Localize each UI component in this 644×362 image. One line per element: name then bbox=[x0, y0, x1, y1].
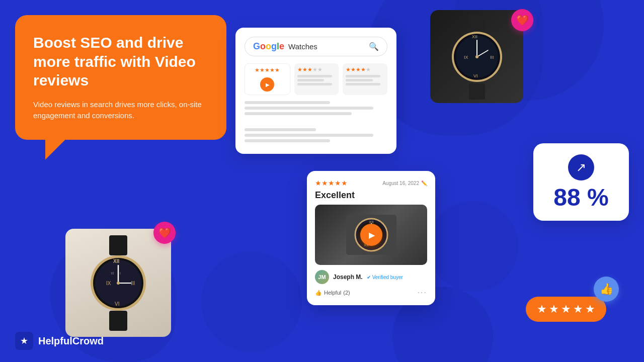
watch-photo-right: XII III VI IX bbox=[430, 10, 523, 103]
review-header: ★★★★★ August 16, 2022 ✏️ bbox=[315, 179, 427, 187]
google-search-card: Google Watches 🔍 ★★★★★ ★★★★★ ★★★★★ bbox=[235, 28, 396, 154]
svg-point-31 bbox=[475, 55, 478, 58]
bg-decoration-6 bbox=[428, 201, 518, 292]
line-4 bbox=[346, 75, 380, 77]
search-icon: 🔍 bbox=[369, 42, 379, 51]
logo-icon: ★ bbox=[15, 332, 33, 350]
helpful-button[interactable]: 👍 Helpful (2) bbox=[315, 290, 350, 296]
svg-text:I: I bbox=[120, 272, 121, 275]
review-footer: 👍 Helpful (2) ··· bbox=[315, 288, 427, 297]
svg-text:IX: IX bbox=[106, 281, 111, 286]
watch-left-svg: XII III VI IX XI I bbox=[78, 235, 158, 331]
star-2: ★ bbox=[549, 303, 559, 316]
review-stars: ★★★★★ bbox=[315, 179, 348, 187]
star-card-3: ★★★★★ bbox=[343, 63, 387, 95]
review-video[interactable]: XII XII bbox=[315, 205, 427, 265]
svg-rect-7 bbox=[109, 235, 127, 255]
svg-text:III: III bbox=[131, 281, 135, 286]
watch-left-bg: XII III VI IX XI I bbox=[65, 229, 171, 337]
svg-rect-18 bbox=[109, 311, 127, 331]
star-4: ★ bbox=[573, 303, 583, 316]
arrow-up-icon: ↗ bbox=[568, 154, 594, 180]
skel-line-4 bbox=[245, 128, 316, 131]
google-logo: Google bbox=[253, 41, 284, 52]
reviewer-name: Joseph M. bbox=[333, 274, 363, 281]
svg-text:XII: XII bbox=[113, 258, 119, 264]
stars-2: ★★★★★ bbox=[297, 66, 336, 73]
review-title: Excellent bbox=[315, 190, 427, 201]
skel-line-5 bbox=[245, 134, 373, 137]
stars-1: ★★★★★ bbox=[255, 67, 280, 73]
stars-rating-bar: ★ ★ ★ ★ ★ bbox=[526, 297, 606, 322]
bg-decoration-5 bbox=[201, 251, 302, 352]
headline: Boost SEO and drive more traffic with Vi… bbox=[33, 33, 208, 90]
skeleton-lines bbox=[245, 101, 387, 142]
watch-right-bg: XII III VI IX bbox=[430, 10, 523, 103]
stats-percentage: 88 % bbox=[544, 186, 618, 210]
spacer bbox=[245, 118, 387, 126]
play-button-large[interactable] bbox=[360, 224, 382, 246]
line-6 bbox=[346, 83, 380, 85]
star-3: ★ bbox=[561, 303, 571, 316]
thumbs-up-badge: 👍 bbox=[594, 277, 619, 302]
subtext: Video reviews in search drives more clic… bbox=[33, 99, 208, 122]
reviewer-avatar: JM bbox=[315, 270, 329, 284]
skel-line-1 bbox=[245, 101, 330, 104]
search-bar[interactable]: Google Watches 🔍 bbox=[245, 37, 387, 56]
star-cards-row: ★★★★★ ★★★★★ ★★★★★ bbox=[245, 63, 387, 95]
svg-text:XII: XII bbox=[472, 34, 477, 39]
helpfulcrowd-logo: ★ HelpfulCrowd bbox=[15, 332, 104, 350]
edit-icon: ✏️ bbox=[421, 180, 427, 186]
thumbs-icon: 👍 bbox=[315, 290, 322, 296]
review-date: August 16, 2022 ✏️ bbox=[382, 180, 427, 186]
svg-text:IX: IX bbox=[464, 55, 468, 60]
star-5: ★ bbox=[585, 303, 595, 316]
check-icon: ✔ bbox=[367, 275, 371, 280]
logo-text: HelpfulCrowd bbox=[38, 335, 104, 347]
stats-card: ↗ 88 % bbox=[533, 143, 629, 221]
more-options[interactable]: ··· bbox=[418, 288, 427, 297]
skel-line-3 bbox=[245, 112, 352, 115]
watch-right-svg: XII III VI IX bbox=[442, 14, 512, 100]
svg-text:VI: VI bbox=[115, 301, 119, 307]
speech-bubble: Boost SEO and drive more traffic with Vi… bbox=[15, 15, 226, 140]
svg-text:VI: VI bbox=[473, 73, 478, 78]
search-term: Watches bbox=[288, 42, 365, 51]
play-button-small[interactable] bbox=[260, 77, 274, 92]
verified-badge: ✔ Verified buyer bbox=[367, 275, 403, 280]
svg-point-17 bbox=[117, 282, 120, 285]
skel-line-6 bbox=[245, 139, 330, 142]
line-1 bbox=[297, 75, 332, 77]
skel-line-2 bbox=[245, 107, 373, 110]
svg-rect-21 bbox=[469, 14, 485, 30]
heart-badge-right: ❤️ bbox=[511, 9, 533, 31]
logo-star-icon: ★ bbox=[20, 335, 28, 346]
line-2 bbox=[297, 79, 325, 81]
star-card-2: ★★★★★ bbox=[294, 63, 339, 95]
review-card: ★★★★★ August 16, 2022 ✏️ Excellent XII X… bbox=[307, 171, 435, 305]
line-3 bbox=[297, 83, 332, 85]
reviewer-row: JM Joseph M. ✔ Verified buyer bbox=[315, 270, 427, 284]
star-1: ★ bbox=[537, 303, 547, 316]
svg-rect-32 bbox=[469, 83, 485, 100]
svg-text:III: III bbox=[490, 55, 494, 60]
watch-photo-left: XII III VI IX XI I bbox=[65, 229, 171, 337]
svg-text:XI: XI bbox=[111, 272, 114, 275]
stars-3: ★★★★★ bbox=[346, 66, 384, 73]
line-5 bbox=[346, 79, 373, 81]
heart-badge-left: ❤️ bbox=[153, 222, 176, 244]
star-card-1: ★★★★★ bbox=[245, 63, 290, 95]
